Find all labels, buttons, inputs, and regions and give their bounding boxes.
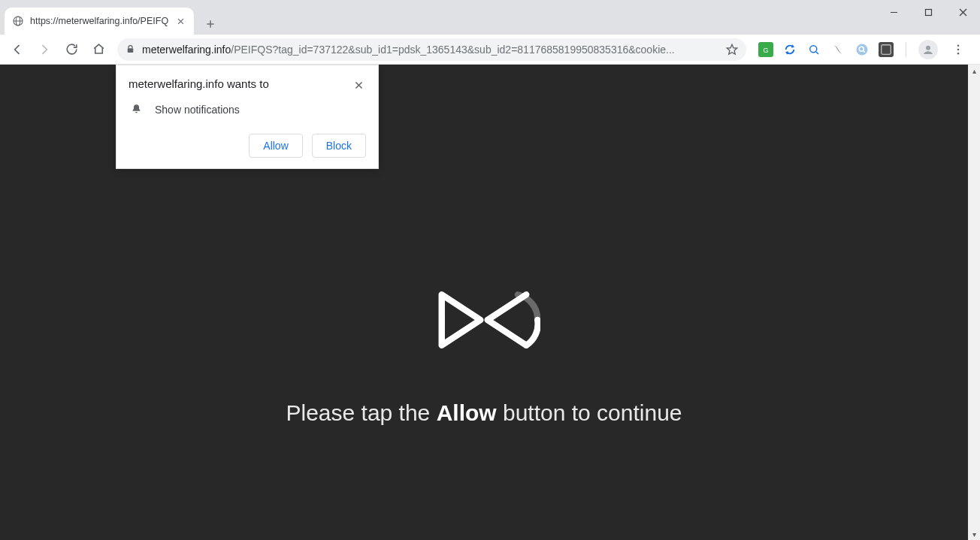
vertical-scrollbar[interactable]: ▴ ▾ [968, 65, 980, 540]
notification-permission-popup: meterwelfaring.info wants to Show notifi… [116, 65, 379, 169]
minimize-button[interactable] [876, 0, 911, 24]
toolbar-separator [906, 42, 906, 57]
svg-text:G: G [763, 46, 768, 53]
browser-titlebar: https://meterwelfaring.info/PEIFQ [0, 0, 980, 35]
svg-point-14 [810, 45, 817, 52]
scroll-up-icon[interactable]: ▴ [968, 65, 980, 77]
window-controls [876, 0, 980, 24]
bookmark-star-icon[interactable] [721, 43, 739, 56]
svg-marker-12 [727, 44, 737, 54]
lock-icon [125, 44, 136, 55]
url-ellipsis: ... [666, 44, 675, 56]
extension-icon-5[interactable] [854, 42, 870, 57]
permission-title: meterwelfaring.info wants to [129, 77, 269, 90]
extension-icon-1[interactable]: G [758, 42, 773, 57]
extension-icon-2[interactable] [782, 42, 797, 57]
close-icon[interactable] [351, 77, 366, 92]
svg-rect-19 [882, 44, 891, 54]
home-button[interactable] [86, 37, 111, 62]
page-message: Please tap the Allow button to continue [286, 400, 682, 426]
reload-button[interactable] [59, 37, 84, 62]
permission-option-label: Show notifications [155, 104, 240, 116]
extension-icon-3[interactable] [806, 42, 821, 57]
msg-before: Please tap the [286, 400, 436, 425]
block-button[interactable]: Block [312, 134, 366, 158]
page-content: Please tap the Allow button to continue … [0, 65, 968, 540]
bowtie-spinner-icon [428, 285, 540, 355]
profile-avatar[interactable] [918, 40, 938, 59]
loading-graphic [286, 285, 682, 355]
page-inner: Please tap the Allow button to continue [286, 285, 682, 426]
svg-point-22 [957, 48, 960, 50]
svg-line-15 [816, 52, 818, 54]
tab-strip: https://meterwelfaring.info/PEIFQ [0, 0, 221, 35]
browser-viewport: Please tap the Allow button to continue … [0, 65, 980, 540]
svg-point-20 [926, 45, 930, 50]
svg-point-21 [957, 44, 960, 47]
msg-after: button to continue [497, 400, 682, 425]
tab-title: https://meterwelfaring.info/PEIFQ [30, 16, 168, 26]
extension-icon-4[interactable] [830, 42, 845, 57]
extension-icon-6[interactable] [879, 42, 894, 57]
browser-tab[interactable]: https://meterwelfaring.info/PEIFQ [5, 8, 194, 35]
maximize-button[interactable] [911, 0, 945, 24]
kebab-menu-icon[interactable] [947, 38, 969, 61]
extension-icons: G [752, 38, 975, 61]
back-button[interactable] [5, 37, 30, 62]
allow-button[interactable]: Allow [249, 134, 302, 158]
svg-rect-8 [925, 9, 931, 15]
svg-point-23 [957, 52, 960, 54]
svg-point-16 [857, 44, 868, 55]
new-tab-button[interactable] [200, 14, 221, 35]
browser-toolbar: meterwelfaring.info/PEIFQS?tag_id=737122… [0, 35, 980, 65]
scroll-down-icon[interactable]: ▾ [968, 528, 980, 540]
url-host: meterwelfaring.info [142, 44, 231, 56]
url-text: meterwelfaring.info/PEIFQS?tag_id=737122… [142, 44, 715, 56]
forward-button[interactable] [32, 37, 57, 62]
address-bar[interactable]: meterwelfaring.info/PEIFQS?tag_id=737122… [117, 38, 746, 61]
svg-rect-11 [128, 48, 134, 53]
bell-icon [130, 103, 143, 116]
msg-bold: Allow [437, 400, 497, 425]
window-close-button[interactable] [945, 0, 980, 24]
url-path: /PEIFQS?tag_id=737122&sub_id1=pdsk_13651… [231, 44, 666, 56]
close-tab-icon[interactable] [174, 15, 186, 27]
globe-icon [12, 15, 24, 27]
